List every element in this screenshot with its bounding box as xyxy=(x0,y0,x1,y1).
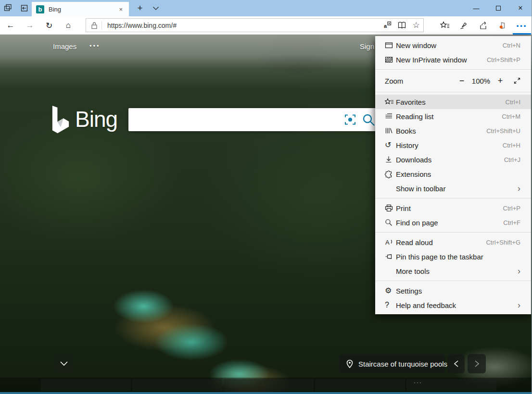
menu-item-downloads[interactable]: Downloads Ctrl+J xyxy=(375,152,531,167)
browser-window: b Bing × + — × ← → ↻ xyxy=(0,0,532,394)
menu-divider xyxy=(375,92,531,92)
share-button[interactable] xyxy=(474,16,493,35)
set-tabs-aside-button[interactable] xyxy=(16,0,32,16)
zoom-out-button[interactable]: − xyxy=(454,76,469,86)
chevron-right-icon xyxy=(474,360,480,368)
fullscreen-button[interactable] xyxy=(510,77,524,85)
new-tab-button[interactable]: + xyxy=(132,0,148,16)
menu-item-read-aloud[interactable]: A Read aloud Ctrl+Shift+G xyxy=(375,235,531,249)
close-window-button[interactable]: × xyxy=(509,0,532,16)
reading-view-button[interactable] xyxy=(394,19,409,32)
next-image-button[interactable] xyxy=(468,354,486,373)
url-input[interactable] xyxy=(106,21,380,30)
books-icon xyxy=(385,127,396,135)
nav-link-images[interactable]: Images xyxy=(53,42,76,50)
bing-logo-text: Bing xyxy=(75,106,117,133)
search-input[interactable] xyxy=(128,108,335,131)
location-pin-icon xyxy=(346,359,354,369)
submenu-chevron-icon: › xyxy=(518,301,520,309)
tabs-set-aside-button[interactable] xyxy=(0,0,16,16)
menu-label: Settings xyxy=(396,287,422,295)
menu-shortcut: Ctrl+F xyxy=(503,219,520,226)
web-note-button[interactable] xyxy=(455,16,474,35)
submenu-chevron-icon: › xyxy=(518,184,520,193)
tab-bing[interactable]: b Bing × xyxy=(32,2,129,16)
menu-item-favorites[interactable]: Favorites Ctrl+I xyxy=(375,95,531,109)
home-button[interactable]: ⌂ xyxy=(59,16,78,35)
add-favorite-button[interactable]: ☆ xyxy=(409,19,423,32)
menu-shortcut: Ctrl+Shift+P xyxy=(487,56,520,63)
nav-more-icon[interactable]: ••• xyxy=(89,42,101,49)
chevron-left-icon xyxy=(454,360,459,368)
zoom-in-button[interactable]: + xyxy=(493,76,508,86)
news-card[interactable] xyxy=(315,379,405,391)
help-icon: ? xyxy=(385,301,396,309)
refresh-button[interactable]: ↻ xyxy=(39,16,59,35)
visual-search-button[interactable] xyxy=(343,113,357,126)
menu-item-new-window[interactable]: New window Ctrl+N xyxy=(375,38,531,52)
menu-divider xyxy=(375,69,531,70)
forward-button[interactable]: → xyxy=(20,16,39,35)
menu-shortcut: Ctrl+N xyxy=(503,42,520,49)
tab-close-icon[interactable]: × xyxy=(117,5,125,14)
menu-label: New InPrivate window xyxy=(396,56,467,64)
read-aloud-icon: A xyxy=(385,238,396,246)
menu-item-extensions[interactable]: Extensions xyxy=(375,167,531,181)
tab-bar: b Bing × + — × xyxy=(0,0,532,16)
favorites-hub-button[interactable] xyxy=(435,16,455,35)
hub-star-icon xyxy=(440,21,450,30)
minimize-button[interactable]: — xyxy=(465,0,487,16)
camera-icon xyxy=(343,113,357,126)
https-lock-icon[interactable] xyxy=(86,22,101,29)
menu-item-reading-list[interactable]: Reading list Ctrl+M xyxy=(375,109,531,123)
search-submit-button[interactable] xyxy=(361,112,376,127)
menu-shortcut: Ctrl+H xyxy=(503,142,520,149)
fullscreen-icon xyxy=(513,77,521,85)
book-icon xyxy=(398,22,406,29)
menu-item-show-in-toolbar[interactable]: Show in toolbar › xyxy=(375,181,531,196)
bing-logo-mark xyxy=(51,106,70,134)
tab-preview-toggle[interactable] xyxy=(148,0,164,16)
back-button[interactable]: ← xyxy=(1,16,20,35)
news-card[interactable] xyxy=(41,379,131,391)
address-bar-actions: a ☆ xyxy=(380,19,423,32)
extensions-icon xyxy=(385,170,396,178)
maximize-button[interactable] xyxy=(487,0,509,16)
image-caption: Staircase of turquoise pools xyxy=(358,360,447,368)
window-controls: — × xyxy=(465,0,532,16)
menu-item-new-inprivate-window[interactable]: New InPrivate window Ctrl+Shift+P xyxy=(375,52,531,67)
menu-item-history[interactable]: ↺ History Ctrl+H xyxy=(375,138,531,152)
nav-buttons: ← → ↻ ⌂ xyxy=(1,16,78,35)
address-bar[interactable]: a ☆ xyxy=(86,18,424,32)
translate-letter: a xyxy=(384,23,387,29)
settings-and-more-button[interactable]: ••• xyxy=(512,16,532,35)
chevron-down-icon xyxy=(60,361,68,366)
menu-item-more-tools[interactable]: More tools › xyxy=(375,264,531,278)
menu-label: Help and feedback xyxy=(396,301,456,309)
translate-button[interactable]: a xyxy=(380,19,394,32)
menu-label: History xyxy=(396,141,418,149)
scroll-down-button[interactable] xyxy=(54,354,73,373)
news-card[interactable] xyxy=(224,379,314,391)
extension-button[interactable] xyxy=(493,16,512,35)
menu-label: Print xyxy=(396,204,411,212)
menu-shortcut: Ctrl+M xyxy=(502,113,520,120)
reading-list-icon xyxy=(385,112,396,120)
share-icon xyxy=(479,21,488,30)
search-icon xyxy=(361,112,376,127)
pen-icon xyxy=(460,21,469,30)
menu-item-help-and-feedback[interactable]: ? Help and feedback › xyxy=(375,298,531,312)
menu-label: New window xyxy=(396,41,436,49)
news-card[interactable] xyxy=(132,379,222,391)
maximize-icon xyxy=(496,6,501,11)
previous-image-button[interactable] xyxy=(447,354,465,373)
news-carousel-strip[interactable]: ··· xyxy=(0,378,532,392)
bing-favicon: b xyxy=(36,5,44,13)
menu-item-books[interactable]: Books Ctrl+Shift+U xyxy=(375,123,531,138)
image-info-pill[interactable]: Staircase of turquoise pools xyxy=(339,354,445,373)
menu-item-settings[interactable]: ⚙ Settings xyxy=(375,283,531,298)
menu-item-print[interactable]: Print Ctrl+P xyxy=(375,201,531,215)
menu-shortcut: Ctrl+P xyxy=(503,205,520,212)
menu-item-pin-to-taskbar[interactable]: Pin this page to the taskbar xyxy=(375,249,531,264)
menu-item-find-on-page[interactable]: Find on page Ctrl+F xyxy=(375,215,531,230)
